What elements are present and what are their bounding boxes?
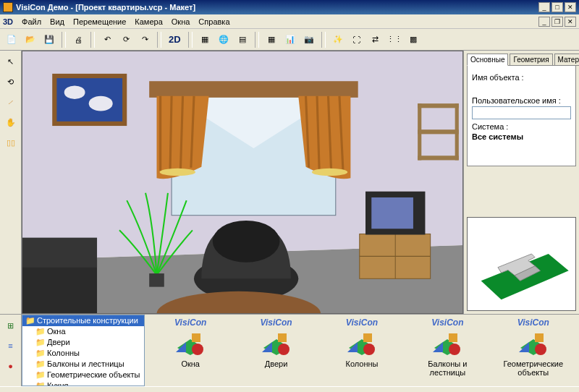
menu-help[interactable]: Справка (194, 16, 234, 27)
mode-2d-button[interactable]: 2D (165, 31, 185, 48)
tab-materials[interactable]: Материалы (554, 54, 579, 66)
lib-icon (495, 329, 571, 358)
tab-geometry[interactable]: Геометрия (510, 54, 552, 66)
fit-button[interactable]: ⛶ (348, 31, 365, 48)
mirror-button[interactable]: ⇄ (367, 31, 384, 48)
maximize-button[interactable]: □ (551, 2, 563, 12)
lib-item-columns[interactable]: VisiCon Колонны (324, 318, 400, 368)
svg-marker-46 (433, 342, 443, 352)
svg-point-10 (89, 96, 113, 111)
menu-windows[interactable]: Окна (167, 16, 195, 27)
tree-geom[interactable]: 📁Геометрические объекты (22, 370, 144, 380)
new-button[interactable]: 📄 (3, 31, 20, 48)
new-icon: 📄 (7, 35, 17, 44)
select-tool[interactable]: ↖ (3, 54, 19, 69)
svg-marker-42 (347, 342, 358, 352)
menu-file[interactable]: Файл (17, 16, 46, 27)
book-icon: ▯▯ (7, 138, 15, 148)
lib-tool-c[interactable]: ● (3, 358, 19, 374)
mdi-restore-button[interactable]: ❐ (551, 17, 563, 27)
folder-icon: 📁 (35, 359, 46, 368)
fill-icon: ▩ (410, 35, 417, 44)
open-button[interactable]: 📂 (22, 31, 39, 48)
folder-icon: 📁 (35, 327, 46, 336)
minimize-button[interactable]: _ (538, 2, 550, 12)
folder-icon: 📁 (25, 316, 35, 325)
tree-windows[interactable]: 📁Окна (22, 326, 144, 337)
hand-icon: ✋ (6, 118, 16, 127)
undo-button[interactable]: ↶ (98, 31, 116, 48)
svg-point-49 (535, 344, 546, 355)
svg-rect-13 (418, 155, 459, 160)
menu-camera[interactable]: Камера (130, 16, 166, 27)
record-icon: ● (8, 362, 13, 370)
lib-brand: VisiCon (153, 318, 229, 328)
close-button[interactable]: ✕ (565, 2, 576, 12)
save-button[interactable]: 💾 (41, 31, 58, 48)
mdi-close-button[interactable]: ✕ (565, 17, 576, 27)
wand-button[interactable]: ✨ (329, 31, 347, 48)
minimap[interactable] (467, 217, 576, 311)
user-name-input[interactable] (472, 106, 571, 119)
lib-tool-b[interactable]: ≡ (3, 338, 19, 354)
category-tree[interactable]: 📁Строительные конструкции 📁Окна 📁Двери 📁… (22, 315, 145, 386)
menu-view[interactable]: Вид (46, 16, 69, 27)
redo-button[interactable]: ↷ (136, 31, 153, 48)
print-button[interactable]: 🖨 (69, 31, 87, 48)
ruler-icon: ⟋ (7, 98, 14, 106)
tree-root[interactable]: 📁Строительные конструкции (22, 315, 144, 326)
tree-item-label: Кухня (47, 381, 68, 386)
svg-marker-38 (262, 342, 272, 352)
svg-point-41 (363, 344, 375, 355)
tree-balconies[interactable]: 📁Балконы и лестницы (22, 359, 144, 370)
tree-item-label: Балконы и лестницы (47, 359, 124, 368)
chart-button[interactable]: 📊 (282, 31, 299, 48)
measure-tool[interactable]: ⟋ (3, 94, 19, 110)
lib-tool-a[interactable]: ⊞ (3, 318, 19, 333)
array-button[interactable]: ⋮⋮ (386, 31, 403, 48)
folder-icon: 📁 (35, 338, 46, 346)
mdi-minimize-button[interactable]: _ (538, 17, 550, 27)
svg-rect-15 (455, 103, 459, 160)
fit-icon: ⛶ (352, 35, 360, 44)
lib-label: Окна (153, 359, 229, 368)
folder-icon: 📁 (35, 349, 46, 357)
lib-item-geom[interactable]: VisiCon Геометрические объекты (495, 318, 571, 377)
pan-tool[interactable]: ✋ (3, 114, 19, 130)
camera-icon: 📷 (304, 35, 314, 44)
svg-rect-36 (278, 333, 287, 342)
viewport-3d[interactable] (22, 51, 463, 314)
rotate-icon: ⟳ (123, 35, 130, 44)
svg-point-45 (449, 344, 460, 355)
rotate-tool[interactable]: ⟲ (3, 74, 19, 90)
grid-button[interactable]: ▦ (263, 31, 280, 48)
fill-button[interactable]: ▩ (405, 31, 422, 48)
rotate-arrow-icon: ⟲ (7, 77, 14, 87)
tree-item-label: Двери (47, 338, 70, 346)
svg-rect-20 (371, 197, 413, 229)
tree-columns[interactable]: 📁Колонны (22, 348, 144, 359)
book-tool[interactable]: ▯▯ (3, 135, 19, 150)
rotate90-button[interactable]: ⟳ (117, 31, 135, 48)
menu-move[interactable]: Перемещение (69, 16, 130, 27)
menubar: 3D Файл Вид Перемещение Камера Окна Спра… (0, 14, 579, 29)
tool-b-button[interactable]: 🌐 (215, 31, 232, 48)
svg-rect-14 (418, 103, 421, 160)
svg-point-9 (64, 85, 85, 99)
lib-brand: VisiCon (410, 318, 486, 328)
svg-rect-21 (149, 273, 164, 287)
lib-item-doors[interactable]: VisiCon Двери (238, 318, 314, 368)
svg-rect-12 (418, 129, 459, 134)
list-icon: ≡ (8, 341, 12, 350)
tree-kitchen[interactable]: 📁Кухня (22, 380, 144, 386)
svg-rect-11 (418, 103, 459, 108)
camera-button[interactable]: 📷 (300, 31, 318, 48)
tab-main[interactable]: Основные (467, 54, 508, 66)
statusbar (0, 386, 579, 392)
system-value: Все системы (472, 132, 571, 141)
tool-c-button[interactable]: ▤ (234, 31, 251, 48)
tool-a-button[interactable]: ▦ (196, 31, 214, 48)
tree-doors[interactable]: 📁Двери (22, 337, 144, 348)
lib-item-windows[interactable]: VisiCon Окна (153, 318, 229, 368)
lib-item-balconies[interactable]: VisiCon Балконы и лестницы (410, 318, 486, 377)
